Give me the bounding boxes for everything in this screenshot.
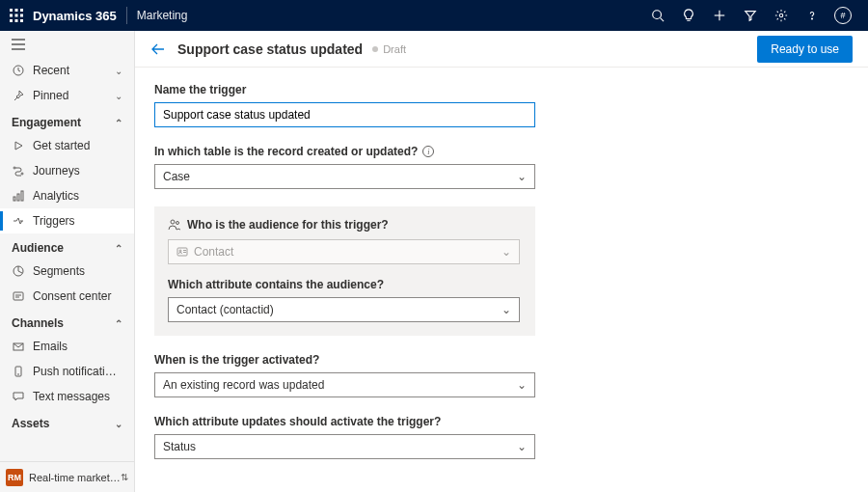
chevron-down-icon: ⌄ (115, 66, 122, 76)
svg-rect-6 (10, 19, 13, 22)
status-badge: Draft (372, 43, 406, 55)
sidebar-item-journeys[interactable]: Journeys (0, 158, 134, 183)
brand-label: Dynamics 365 (33, 9, 117, 23)
sidebar: Recent ⌄ Pinned ⌄ Engagement ⌃ Get start… (0, 31, 135, 492)
chevron-down-icon: ⌄ (517, 440, 527, 453)
area-badge: RM (6, 469, 23, 486)
audience-type-select: Contact ⌄ (168, 239, 520, 264)
svg-rect-4 (15, 14, 18, 17)
chevron-down-icon: ⌄ (115, 91, 122, 101)
topbar: Dynamics 365 Marketing # (0, 0, 868, 31)
search-icon[interactable] (642, 0, 673, 31)
audience-card: Who is the audience for this trigger? Co… (154, 206, 535, 336)
svg-point-15 (811, 18, 812, 19)
svg-rect-8 (20, 19, 23, 22)
sidebar-item-pinned[interactable]: Pinned ⌄ (0, 83, 134, 108)
chevron-down-icon: ⌄ (502, 303, 511, 316)
svg-point-9 (653, 11, 662, 19)
area-switcher[interactable]: RM Real-time marketi... ⇅ (0, 461, 134, 492)
sidebar-item-get-started[interactable]: Get started (0, 133, 134, 158)
updown-icon: ⇅ (121, 472, 128, 482)
sidebar-item-recent[interactable]: Recent ⌄ (0, 58, 134, 83)
audience-attr-select[interactable]: Contact (contactid) ⌄ (168, 297, 520, 322)
clock-icon (12, 64, 25, 77)
svg-point-35 (176, 222, 179, 225)
chevron-up-icon: ⌃ (115, 318, 122, 329)
svg-point-20 (14, 167, 15, 169)
sidebar-section-audience[interactable]: Audience ⌃ (0, 233, 134, 259)
table-label: In which table is the record created or … (154, 145, 849, 158)
chevron-up-icon: ⌃ (115, 118, 122, 128)
chevron-down-icon: ⌄ (502, 245, 511, 259)
email-icon (12, 340, 25, 353)
chevron-down-icon: ⌄ (517, 170, 527, 183)
module-label: Marketing (137, 9, 188, 22)
consent-icon (12, 289, 25, 303)
sidebar-section-engagement[interactable]: Engagement ⌃ (0, 108, 134, 133)
sidebar-section-assets[interactable]: Assets ⌄ (0, 409, 134, 434)
ready-to-use-button[interactable]: Ready to use (757, 36, 853, 63)
lightbulb-icon[interactable] (673, 0, 704, 31)
svg-rect-0 (10, 9, 13, 12)
audience-heading: Who is the audience for this trigger? (168, 218, 522, 232)
svg-rect-24 (21, 191, 23, 201)
svg-line-10 (661, 18, 665, 22)
chevron-down-icon: ⌄ (115, 419, 122, 429)
gear-icon[interactable] (766, 0, 797, 31)
people-icon (168, 218, 181, 232)
sidebar-item-triggers[interactable]: Triggers (0, 208, 134, 233)
sms-icon (12, 390, 25, 403)
svg-point-14 (779, 14, 783, 17)
sidebar-item-push[interactable]: Push notifications (0, 359, 134, 384)
sidebar-item-analytics[interactable]: Analytics (0, 183, 134, 208)
back-button[interactable] (150, 41, 166, 57)
journey-icon (12, 164, 25, 178)
updates-label: Which attribute updates should activate … (154, 415, 849, 428)
svg-rect-28 (14, 292, 23, 300)
area-label: Real-time marketi... (29, 472, 121, 483)
svg-rect-3 (10, 14, 13, 17)
trigger-icon (12, 214, 25, 228)
play-icon (12, 139, 25, 152)
svg-rect-2 (20, 9, 23, 12)
svg-point-37 (179, 250, 181, 252)
name-label: Name the trigger (154, 83, 849, 96)
sidebar-item-sms[interactable]: Text messages (0, 384, 134, 409)
name-input[interactable] (154, 102, 535, 127)
form: Name the trigger In which table is the r… (135, 68, 868, 492)
divider (126, 7, 127, 24)
filter-icon[interactable] (735, 0, 766, 31)
info-icon[interactable]: i (422, 146, 434, 157)
chevron-down-icon: ⌄ (517, 378, 527, 392)
app-launcher-icon[interactable] (10, 9, 23, 22)
push-icon (12, 365, 25, 378)
sidebar-item-segments[interactable]: Segments (0, 259, 134, 284)
svg-point-34 (171, 220, 175, 224)
when-label: When is the trigger activated? (154, 353, 849, 367)
svg-rect-22 (14, 197, 15, 201)
segments-icon (12, 264, 25, 278)
svg-rect-23 (17, 194, 19, 201)
updates-select[interactable]: Status ⌄ (154, 434, 535, 459)
svg-rect-7 (15, 19, 18, 22)
hamburger-icon[interactable] (0, 31, 134, 58)
svg-point-21 (21, 173, 23, 175)
svg-rect-5 (20, 14, 23, 17)
chevron-up-icon: ⌃ (115, 243, 122, 254)
content: Support case status updated Draft Ready … (135, 31, 868, 492)
sidebar-item-emails[interactable]: Emails (0, 334, 134, 359)
analytics-icon (12, 189, 25, 203)
page-title: Support case status updated (177, 41, 363, 57)
when-select[interactable]: An existing record was updated ⌄ (154, 372, 535, 397)
sidebar-item-consent[interactable]: Consent center (0, 284, 134, 309)
plus-icon[interactable] (704, 0, 735, 31)
pin-icon (12, 89, 25, 102)
avatar[interactable]: # (827, 0, 858, 31)
page-header: Support case status updated Draft Ready … (135, 31, 868, 68)
table-select[interactable]: Case ⌄ (154, 164, 535, 189)
attr-label: Which attribute contains the audience? (168, 278, 522, 291)
svg-rect-1 (15, 9, 18, 12)
contact-icon (176, 246, 188, 258)
help-icon[interactable] (797, 0, 827, 31)
sidebar-section-channels[interactable]: Channels ⌃ (0, 309, 134, 334)
